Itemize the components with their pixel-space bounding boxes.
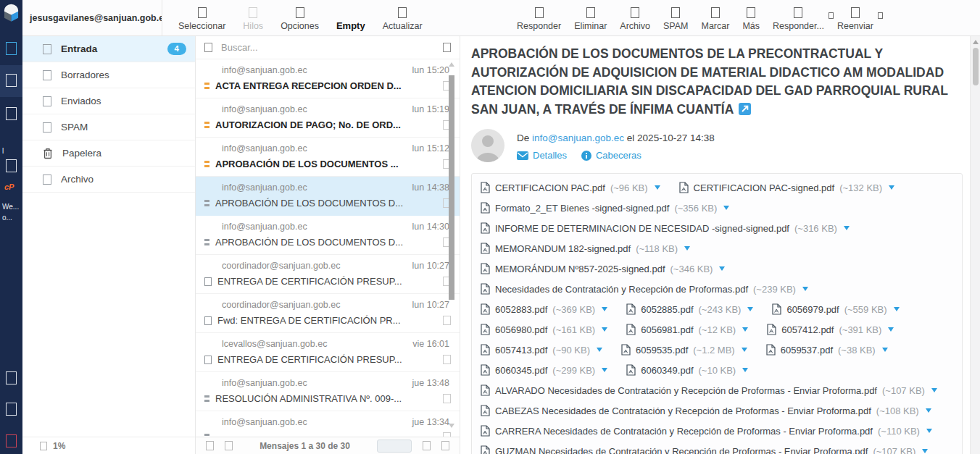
prev-page-icon[interactable]	[423, 441, 431, 450]
attachment[interactable]: 6052883.pdf(~369 KB)	[481, 303, 607, 315]
folder-item[interactable]: Enviados	[22, 88, 195, 114]
toolbar-button[interactable]: Responder...	[773, 7, 824, 31]
message-list-item[interactable]: lcevallos@sanjuan.gob.ec vie 16:01 ENTRE…	[196, 333, 460, 372]
attachment-menu-caret[interactable]	[719, 266, 725, 271]
folder-item[interactable]: SPAM	[22, 114, 195, 140]
attachment[interactable]: MEMORANDUM 182-signed.pdf(~118 KB)	[481, 243, 690, 254]
toolbar-button[interactable]: Opciones	[281, 7, 319, 31]
attachment-menu-caret[interactable]	[602, 327, 607, 332]
list-scrollbar[interactable]	[448, 61, 455, 435]
scroll-up-icon[interactable]	[973, 40, 979, 44]
toolbar-button[interactable]: SPAM	[663, 7, 689, 31]
attachment[interactable]: 6052885.pdf(~243 KB)	[626, 303, 753, 315]
toolbar-button[interactable]: Reenviar	[837, 7, 873, 31]
sidebar-nav-icon-5[interactable]	[6, 371, 17, 384]
select-all-icon[interactable]	[206, 441, 214, 450]
reader-scrollbar-thumb[interactable]	[973, 48, 979, 85]
attachment[interactable]: CABEZAS Necesidades de Contratación y Re…	[481, 405, 931, 416]
attachment[interactable]: 6057412.pdf(~391 KB)	[767, 324, 894, 335]
attachment[interactable]: 6060345.pdf(~299 KB)	[481, 364, 607, 376]
list-scrollbar-thumb[interactable]	[449, 75, 454, 300]
attachment[interactable]: GUZMAN Necesidades de Contratación y Rec…	[481, 445, 928, 454]
scroll-up-icon[interactable]	[449, 62, 454, 67]
attachment-menu-caret[interactable]	[889, 185, 894, 190]
folder-item[interactable]: Borradores	[22, 62, 195, 88]
message-list-item[interactable]: info@sanjuan.gob.ec lun 14:38 APROBACIÓN…	[196, 177, 460, 216]
header-action-link[interactable]: Cabeceras	[581, 150, 641, 161]
attachment-menu-caret[interactable]	[882, 348, 888, 352]
toolbar-button[interactable]: Hilos	[243, 7, 263, 31]
attachment[interactable]: CARRERA Necesidades de Contratación y Re…	[481, 425, 932, 437]
attachment[interactable]: 6057413.pdf(~90 KB)	[481, 344, 602, 356]
attachment-menu-caret[interactable]	[747, 307, 753, 311]
attachment[interactable]: 6056981.pdf(~12 KB)	[626, 324, 748, 335]
attachment[interactable]: 6059537.pdf(~38 KB)	[766, 344, 888, 356]
attachment-menu-caret[interactable]	[926, 408, 931, 413]
toolbar-button[interactable]: Más	[742, 7, 760, 31]
attachment-menu-caret[interactable]	[922, 449, 928, 453]
reader-scrollbar[interactable]	[970, 36, 980, 454]
attachment[interactable]: Formato_2_ET Bienes -signed-signed.pdf(~…	[481, 202, 729, 214]
attachment-menu-caret[interactable]	[931, 388, 937, 392]
attachment-menu-caret[interactable]	[602, 368, 607, 372]
message-list-item[interactable]: info@sanjuan.gob.ec lun 15:12 APROBACIÓN…	[196, 138, 460, 177]
attachment[interactable]: 6056979.pdf(~559 KB)	[772, 303, 899, 315]
search-options-icon[interactable]	[443, 43, 451, 52]
from-address-link[interactable]: info@sanjuan.gob.ec	[532, 133, 624, 143]
attachment-menu-caret[interactable]	[597, 348, 602, 352]
folder-item[interactable]: Archivo	[22, 167, 195, 193]
sidebar-nav-icon-3[interactable]	[6, 107, 17, 120]
attachment-menu-caret[interactable]	[684, 246, 690, 251]
page-jump-box[interactable]	[377, 440, 412, 453]
attachment[interactable]: CERTIFICACION PAC-signed.pdf(~132 KB)	[679, 182, 894, 193]
attachment-menu-caret[interactable]	[723, 206, 729, 210]
next-page-icon[interactable]	[441, 441, 449, 450]
folder-item[interactable]: Entrada 4	[22, 36, 195, 62]
sidebar-nav-selected[interactable]	[0, 65, 22, 97]
logout-icon[interactable]	[6, 434, 17, 447]
attachment-menu-caret[interactable]	[742, 368, 748, 372]
toolbar-dropdown-icon[interactable]	[878, 12, 883, 19]
toolbar-button[interactable]: Empty	[336, 20, 365, 31]
attachment[interactable]: MEMORÁNDUM Nº857-2025-signed.pdf(~346 KB…	[481, 263, 725, 274]
toolbar-button[interactable]: Actualizar	[383, 7, 423, 31]
sidebar-nav-icon-1[interactable]	[6, 42, 17, 55]
message-list-item[interactable]: info@sanjuan.gob.ec lun 15:19 AUTORIZACI…	[196, 98, 460, 138]
attachment[interactable]: CERTIFICACION PAC.pdf(~96 KB)	[481, 182, 660, 193]
toolbar-button[interactable]: Seleccionar	[178, 7, 225, 31]
toolbar-dropdown-icon[interactable]	[829, 12, 834, 19]
attachment[interactable]: 6059535.pdf(~1.2 MB)	[621, 344, 747, 356]
toolbar-button[interactable]: Marcar	[702, 7, 730, 31]
attachment-menu-caret[interactable]	[655, 185, 660, 190]
open-in-new-window-icon[interactable]	[739, 102, 751, 121]
attachment[interactable]: INFORME DE DETERMINACION DE NECESIDAD -s…	[481, 222, 850, 234]
search-icon[interactable]	[204, 43, 212, 52]
message-list-item[interactable]: info@sanjuan.gob.ec jue 13:48 RESOLUCIÓN…	[196, 372, 460, 411]
toolbar-button[interactable]: Eliminar	[574, 7, 607, 31]
message-list-item[interactable]: info@sanjuan.gob.ec jue 13:34	[196, 411, 460, 437]
attachment-menu-caret[interactable]	[602, 307, 607, 311]
search-input[interactable]	[220, 41, 436, 54]
attachment[interactable]: ALVARADO Necesidades de Contratación y R…	[481, 384, 937, 396]
attachment-menu-caret[interactable]	[894, 307, 900, 311]
message-list-item[interactable]: info@sanjuan.gob.ec lun 14:30 APROBACIÓN…	[196, 216, 460, 255]
list-options-icon[interactable]	[225, 441, 233, 450]
message-list-item[interactable]: coordinador@sanjuan.gob.ec lun 10:27 ENT…	[196, 255, 460, 294]
sidebar-nav-icon-4[interactable]	[6, 159, 17, 172]
message-list-item[interactable]: coordinador@sanjuan.gob.ec lun 10:27 Fwd…	[196, 294, 460, 333]
attachment-menu-caret[interactable]	[742, 327, 748, 332]
message-list-item[interactable]: info@sanjuan.gob.ec lun 15:20 ACTA ENTRE…	[196, 59, 460, 98]
folder-item[interactable]: Papelera	[22, 140, 195, 167]
attachment-menu-caret[interactable]	[802, 287, 808, 291]
attachment[interactable]: Necesidades de Contratación y Recepción …	[481, 283, 808, 295]
attachment-menu-caret[interactable]	[926, 429, 932, 433]
attachment[interactable]: 6056980.pdf(~161 KB)	[481, 324, 607, 335]
header-action-link[interactable]: Detalles	[517, 150, 567, 161]
toolbar-button[interactable]: Archivo	[620, 7, 650, 31]
account-selector[interactable]: jesusgavilanes@sanjuan.gob.ec	[22, 0, 162, 36]
attachment-menu-caret[interactable]	[888, 327, 894, 332]
attachment[interactable]: 6060349.pdf(~10 KB)	[626, 364, 748, 376]
scroll-down-icon[interactable]	[449, 424, 454, 428]
attachment-menu-caret[interactable]	[742, 348, 747, 352]
attachment-menu-caret[interactable]	[844, 226, 850, 230]
